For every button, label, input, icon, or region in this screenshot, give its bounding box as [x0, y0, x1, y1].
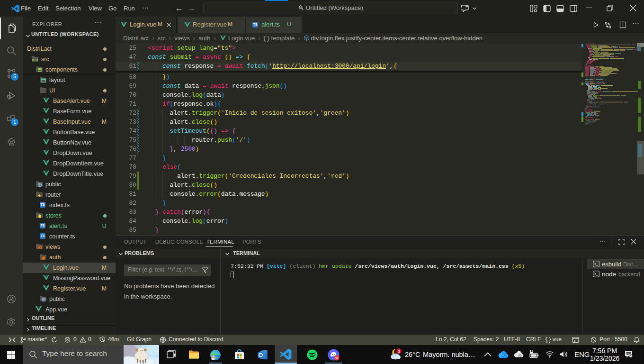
svg-text:9+: 9+ [335, 356, 339, 360]
svg-text:3: 3 [398, 349, 400, 354]
